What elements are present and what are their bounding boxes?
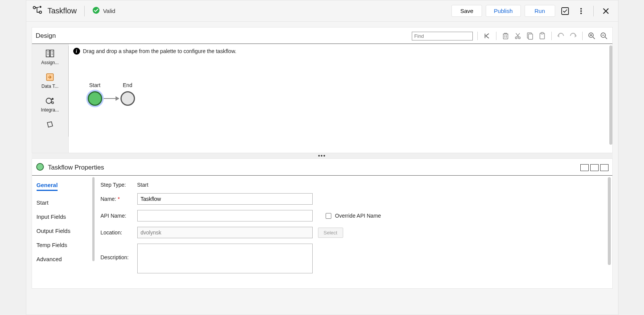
properties-panel: Taskflow Properties General Start Input … [32, 158, 613, 289]
zoom-in-icon[interactable] [587, 31, 596, 40]
flow-arrow [104, 98, 119, 99]
info-icon: i [73, 48, 80, 55]
svg-rect-18 [50, 50, 54, 57]
description-label: Description: [101, 254, 132, 260]
run-button[interactable]: Run [525, 5, 555, 17]
layout-single-icon[interactable] [580, 164, 589, 171]
paste-icon[interactable] [538, 31, 547, 40]
name-label: Name:* [101, 196, 132, 202]
svg-point-20 [46, 98, 51, 103]
properties-title: Taskflow Properties [48, 164, 104, 171]
flow-canvas[interactable]: i Drag and drop a shape from the palette… [69, 44, 612, 153]
design-panel: Design [32, 27, 613, 153]
layout-split-v-icon[interactable] [600, 164, 609, 171]
svg-point-21 [52, 98, 54, 100]
design-title: Design [36, 32, 56, 40]
svg-rect-14 [541, 32, 543, 34]
palette-assignment[interactable]: Assign... [32, 46, 68, 68]
cut-icon[interactable] [513, 31, 522, 40]
integration-icon [45, 96, 55, 106]
svg-point-7 [580, 13, 582, 14]
valid-check-icon [92, 6, 100, 15]
svg-point-22 [52, 102, 54, 104]
note-icon [45, 120, 55, 129]
override-api-checkbox[interactable] [326, 213, 331, 219]
palette-integration[interactable]: Integra... [32, 94, 68, 116]
step-type-value: Start [137, 182, 149, 188]
close-icon[interactable] [600, 5, 612, 17]
svg-point-6 [580, 10, 582, 12]
props-node-icon [36, 163, 44, 172]
description-input[interactable] [137, 244, 313, 273]
svg-point-23 [37, 163, 43, 170]
svg-point-5 [580, 8, 582, 10]
location-input [137, 227, 313, 238]
scrollbar[interactable] [609, 45, 612, 145]
svg-point-0 [33, 6, 35, 9]
svg-rect-17 [46, 50, 50, 57]
tab-start[interactable]: Start [32, 195, 93, 210]
start-node[interactable]: Start [88, 82, 102, 106]
svg-rect-4 [562, 8, 569, 15]
separator [593, 6, 594, 16]
panel-splitter[interactable]: ••• [32, 153, 613, 158]
svg-rect-8 [503, 34, 508, 39]
delete-icon[interactable] [501, 31, 510, 40]
scrollbar[interactable] [608, 177, 611, 265]
api-name-input[interactable] [137, 210, 313, 221]
properties-tabs: General Start Input Fields Output Fields… [32, 176, 93, 287]
validation-icon[interactable] [559, 5, 571, 17]
api-name-label: API Name: [101, 213, 132, 219]
page-title: Taskflow [48, 6, 77, 15]
app-header: Taskflow Valid Save Publish Run [26, 0, 618, 22]
name-input[interactable] [137, 193, 313, 205]
data-task-icon [45, 72, 55, 82]
layout-split-h-icon[interactable] [590, 164, 599, 171]
redo-icon[interactable] [569, 31, 578, 40]
svg-point-2 [39, 11, 42, 13]
zoom-out-icon[interactable] [599, 31, 609, 40]
save-button[interactable]: Save [451, 5, 482, 17]
override-api-label: Override API Name [335, 213, 381, 219]
palette-data-task[interactable]: Data T... [32, 70, 68, 92]
publish-button[interactable]: Publish [486, 5, 520, 17]
palette-item-4[interactable] [32, 117, 68, 134]
undo-icon[interactable] [556, 31, 565, 40]
goto-start-icon[interactable] [482, 31, 491, 40]
location-select-button[interactable]: Select [318, 228, 343, 238]
step-type-label: Step Type: [101, 182, 132, 188]
end-node[interactable]: End [120, 82, 135, 106]
find-input[interactable] [412, 32, 473, 40]
svg-point-1 [39, 6, 41, 8]
separator [84, 6, 85, 16]
more-menu-icon[interactable] [575, 5, 587, 17]
taskflow-icon [32, 5, 42, 16]
tab-output-fields[interactable]: Output Fields [32, 224, 93, 238]
assignment-icon [45, 48, 55, 58]
tab-advanced[interactable]: Advanced [32, 252, 93, 266]
svg-rect-12 [528, 34, 533, 39]
valid-label: Valid [103, 8, 115, 14]
tab-input-fields[interactable]: Input Fields [32, 210, 93, 224]
canvas-hint: Drag and drop a shape from the palette t… [83, 48, 236, 54]
location-label: Location: [101, 229, 132, 236]
tab-temp-fields[interactable]: Temp Fields [32, 238, 93, 252]
tab-general[interactable]: General [37, 182, 58, 191]
shape-palette: Assign... Data T... Integra... [32, 44, 69, 153]
copy-icon[interactable] [525, 31, 535, 40]
